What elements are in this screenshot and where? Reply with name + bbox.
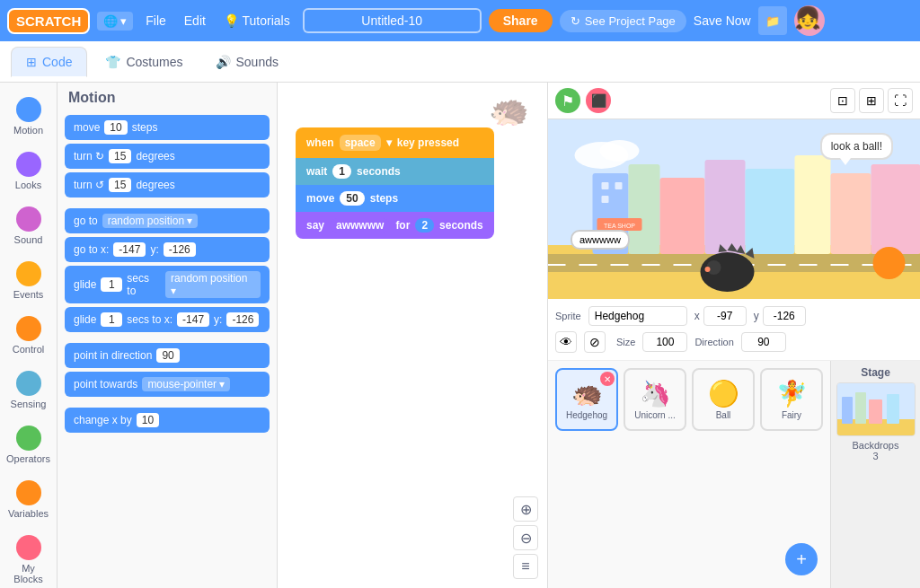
code-icon: ⊞ xyxy=(26,55,37,69)
svg-rect-11 xyxy=(831,173,871,254)
tab-sounds[interactable]: 🔊 Sounds xyxy=(201,48,293,76)
svg-text:TEA SHOP: TEA SHOP xyxy=(604,223,635,229)
fit-icon: ≡ xyxy=(521,558,529,575)
block-point-towards[interactable]: point towards mouse-pointer ▾ xyxy=(65,372,270,397)
script-stack: when space ▾ key pressed wait 1 seconds … xyxy=(296,127,494,239)
small-stage-button[interactable]: ⊡ xyxy=(830,88,855,113)
sidebar-item-control[interactable]: Control xyxy=(3,309,55,362)
sprite-thumb-unicorn[interactable]: 🦄 Unicorn ... xyxy=(624,368,686,431)
sidebar-item-sound[interactable]: Sound xyxy=(3,199,55,252)
sidebar-item-label: Sound xyxy=(14,234,43,245)
stage-mini-preview[interactable] xyxy=(836,382,916,436)
sidebar-item-looks[interactable]: Looks xyxy=(3,145,55,197)
sidebar-item-myblocks[interactable]: My Blocks xyxy=(3,528,55,588)
svg-point-2 xyxy=(600,140,640,162)
block-change-x[interactable]: change x by 10 xyxy=(65,408,270,433)
see-project-button[interactable]: ↻ See Project Page xyxy=(560,10,686,32)
sprite-name-input[interactable] xyxy=(588,306,687,326)
block-glide-random[interactable]: glide 1 secs to random position ▾ xyxy=(65,266,270,303)
block-point-direction[interactable]: point in direction 90 xyxy=(65,343,270,368)
costume-icon: 👕 xyxy=(105,55,120,69)
add-sprite-button[interactable]: + xyxy=(785,543,818,575)
green-flag-button[interactable]: ⚑ xyxy=(555,88,580,113)
edit-menu[interactable]: Edit xyxy=(179,10,211,31)
sidebar-item-sensing[interactable]: Sensing xyxy=(3,364,55,417)
fit-screen-button[interactable]: ≡ xyxy=(513,554,538,579)
tab-code[interactable]: ⊞ Code xyxy=(11,47,87,77)
file-menu[interactable]: File xyxy=(140,10,172,31)
direction-label: Direction xyxy=(694,337,733,347)
operators-dot xyxy=(16,426,41,451)
event-key-dropdown[interactable]: space xyxy=(340,135,381,151)
svg-rect-7 xyxy=(660,178,705,254)
zoom-out-button[interactable]: ⊖ xyxy=(513,525,538,550)
save-now-button[interactable]: Save Now xyxy=(694,13,751,28)
large-stage-icon: ⊞ xyxy=(866,93,877,108)
svg-rect-15 xyxy=(602,196,609,203)
avatar[interactable]: 👧 xyxy=(794,5,825,36)
block-goto[interactable]: go to random position ▾ xyxy=(65,208,270,233)
sprite-thumb-ball[interactable]: 🟡 Ball xyxy=(692,368,755,431)
refresh-icon: ↻ xyxy=(571,14,580,28)
stop-button[interactable]: ⬛ xyxy=(586,88,611,113)
delete-sprite-badge[interactable]: ✕ xyxy=(600,372,615,386)
block-goto-xy[interactable]: go to x: -147 y: -126 xyxy=(65,237,270,262)
svg-point-26 xyxy=(873,247,906,279)
lightbulb-icon: 💡 xyxy=(224,13,243,28)
zoom-in-icon: ⊕ xyxy=(520,501,532,518)
zoom-out-icon: ⊖ xyxy=(520,530,532,547)
blocks-panel-title: Motion xyxy=(65,90,270,106)
svg-rect-13 xyxy=(602,182,609,189)
ball-sprite-icon: 🟡 xyxy=(708,379,739,408)
globe-chevron: ▾ xyxy=(120,14,127,28)
sprite-preview: 🦔 xyxy=(489,92,529,129)
size-input[interactable] xyxy=(642,332,687,352)
say-display-bubble: awwwww xyxy=(571,230,630,250)
fullscreen-button[interactable]: ⛶ xyxy=(888,88,913,113)
stage-mini-svg xyxy=(837,383,916,436)
fairy-sprite-icon: 🧚 xyxy=(776,379,808,408)
tutorials-link[interactable]: 💡 Tutorials xyxy=(218,10,296,31)
y-input[interactable] xyxy=(763,306,806,326)
events-dot xyxy=(16,261,41,286)
sidebar-item-motion[interactable]: Motion xyxy=(3,90,55,143)
size-label: Size xyxy=(616,337,635,347)
zoom-in-button[interactable]: ⊕ xyxy=(513,496,538,522)
direction-input[interactable] xyxy=(741,332,786,352)
sidebar-item-variables[interactable]: Variables xyxy=(3,473,55,526)
visible-toggle[interactable]: 👁 xyxy=(555,331,577,353)
y-coord: y xyxy=(754,306,806,326)
project-name-input[interactable] xyxy=(303,8,482,33)
sidebar-item-operators[interactable]: Operators xyxy=(3,418,55,471)
sprite-thumb-hedgehog[interactable]: ✕ 🦔 Hedgehog xyxy=(555,368,618,431)
event-block[interactable]: when space ▾ key pressed xyxy=(296,127,494,158)
stage-view-controls: ⊡ ⊞ ⛶ xyxy=(830,88,913,113)
sidebar-item-label: Motion xyxy=(13,125,43,136)
sensing-dot xyxy=(16,371,41,396)
svg-point-25 xyxy=(705,267,711,272)
block-turn-cw[interactable]: turn ↻ 15 degrees xyxy=(65,144,270,169)
unicorn-sprite-icon: 🦄 xyxy=(640,379,671,408)
block-move[interactable]: move 10 steps xyxy=(65,115,270,140)
share-button[interactable]: Share xyxy=(489,9,553,32)
sidebar-item-label: Operators xyxy=(6,453,50,464)
hidden-toggle[interactable]: ⊘ xyxy=(584,331,606,353)
variables-dot xyxy=(16,480,41,505)
sidebar-item-events[interactable]: Events xyxy=(3,254,55,307)
sprite-label: Sprite xyxy=(555,311,581,321)
fullscreen-icon: ⛶ xyxy=(894,93,907,108)
block-turn-ccw[interactable]: turn ↺ 15 degrees xyxy=(65,172,270,197)
sprite-thumb-label: Hedgehog xyxy=(566,410,607,420)
x-input[interactable] xyxy=(703,306,747,326)
wait-block[interactable]: wait 1 seconds xyxy=(296,158,494,185)
tab-costumes[interactable]: 👕 Costumes xyxy=(91,48,197,76)
scratch-logo[interactable]: SCRATCH xyxy=(7,8,90,34)
globe-button[interactable]: 🌐 ▾ xyxy=(97,12,133,31)
folder-button[interactable]: 📁 xyxy=(758,6,787,35)
say-block[interactable]: say awwwww for 2 seconds xyxy=(296,212,494,239)
large-stage-button[interactable]: ⊞ xyxy=(859,88,884,113)
block-glide-xy[interactable]: glide 1 secs to x: -147 y: -126 xyxy=(65,307,270,332)
move-block[interactable]: move 50 steps xyxy=(296,185,494,212)
sprite-thumb-fairy[interactable]: 🧚 Fairy xyxy=(760,368,823,431)
looks-dot xyxy=(16,152,41,177)
